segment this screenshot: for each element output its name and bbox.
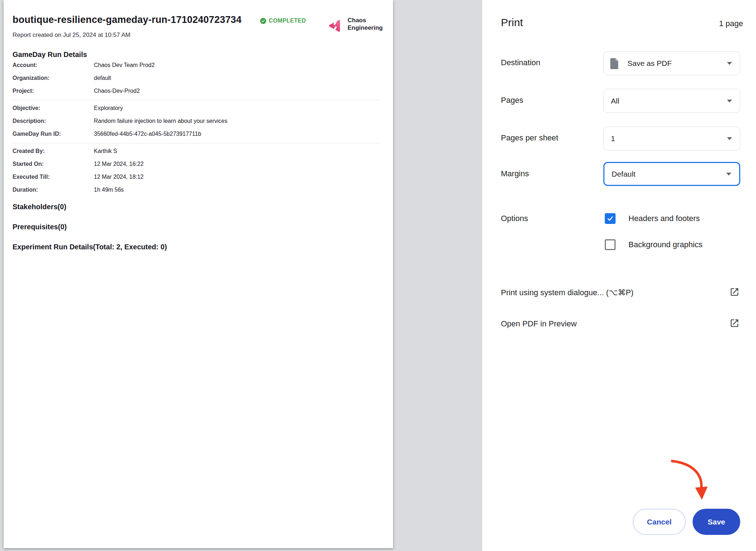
status-label: COMPLETED [269,18,306,24]
row-value: Chaos Dev Team Prod2 [94,62,155,68]
cancel-button[interactable]: Cancel [633,509,686,535]
row-label: Created By: [13,148,45,154]
check-circle-icon [260,18,266,24]
row-value: Chaos-Dev-Prod2 [94,88,140,94]
checkmark-icon [607,215,614,222]
system-dialog-link[interactable]: Print using system dialogue... (⌥⌘P) [501,288,633,297]
row-value: 35660fed-44b5-472c-a045-5b273917711b [94,131,201,137]
annotation-arrow-icon [663,450,710,503]
margins-value: Default [612,170,636,178]
external-link-icon[interactable] [729,287,740,297]
status-badge: COMPLETED [260,18,306,24]
margins-dropdown[interactable]: Default [603,162,740,186]
destination-dropdown[interactable]: Save as PDF [603,51,740,75]
pages-per-sheet-label: Pages per sheet [501,133,558,143]
background-graphics-checkbox[interactable] [605,239,616,250]
chaos-pinwheel-icon [327,18,343,34]
report-created-line: Report created on Jul 25, 2024 at 10:57 … [13,32,130,39]
print-settings-panel: Print 1 page Destination Save as PDF Pag… [482,0,756,551]
section-heading-prerequisites: Prerequisites(0) [13,223,67,231]
save-button[interactable]: Save [693,509,740,535]
pdf-file-icon [610,57,619,69]
options-label: Options [501,214,528,223]
pages-label: Pages [501,96,523,105]
brand-name: Chaos Engineering [348,16,383,32]
row-value: Random failure injection to learn about … [94,118,228,124]
row-value: 12 Mar 2024, 16:22 [94,161,144,167]
pages-per-sheet-dropdown[interactable]: 1 [603,126,740,150]
pages-dropdown[interactable]: All [603,89,740,113]
row-label: Description: [13,118,46,124]
row-label: Organization: [13,75,49,81]
row-label: Executed Till: [13,174,50,180]
brand-line2: Engineering [348,24,383,32]
chevron-down-icon [727,137,732,140]
divider [13,100,381,100]
brand-line1: Chaos [348,16,383,24]
row-label: Started On: [13,161,44,167]
row-label: Project: [13,88,34,94]
headers-footers-label: Headers and footers [628,214,700,223]
external-link-icon[interactable] [729,318,740,328]
chevron-down-icon [727,100,732,102]
pages-value: All [611,97,619,105]
print-dialog-title: Print [501,16,523,29]
row-value: default [94,75,111,81]
row-label: Objective: [13,105,40,111]
chevron-down-icon [727,62,732,65]
row-value: 12 Mar 2024, 18:12 [94,174,144,180]
pages-per-sheet-value: 1 [611,134,615,143]
row-value: Exploratory [94,105,123,111]
report-page-preview: boutique-resilience-gameday-run-17102407… [4,0,393,548]
row-label: GameDay Run ID: [13,131,61,137]
page-count: 1 page [719,19,743,28]
row-label: Account: [13,62,37,68]
margins-label: Margins [501,169,529,178]
print-preview-area: boutique-resilience-gameday-run-17102407… [0,0,482,551]
destination-value: Save as PDF [627,59,672,68]
headers-footers-checkbox[interactable] [605,213,616,224]
row-label: Duration: [13,187,38,193]
report-title: boutique-resilience-gameday-run-17102407… [13,14,241,25]
row-value: 1h 49m 56s [94,187,124,193]
section-heading-experiment-runs: Experiment Run Details(Total: 2, Execute… [13,243,167,251]
open-pdf-preview-link[interactable]: Open PDF in Preview [501,319,577,329]
section-heading-gameday-details: GameDay Run Details [13,51,87,59]
background-graphics-label: Background graphics [628,240,703,249]
section-heading-stakeholders: Stakeholders(0) [13,203,66,211]
row-value: Karthik S [94,148,117,154]
print-dialog-screen: boutique-resilience-gameday-run-17102407… [0,0,756,551]
chevron-down-icon [726,173,731,176]
destination-label: Destination [501,58,540,67]
divider [13,143,381,143]
